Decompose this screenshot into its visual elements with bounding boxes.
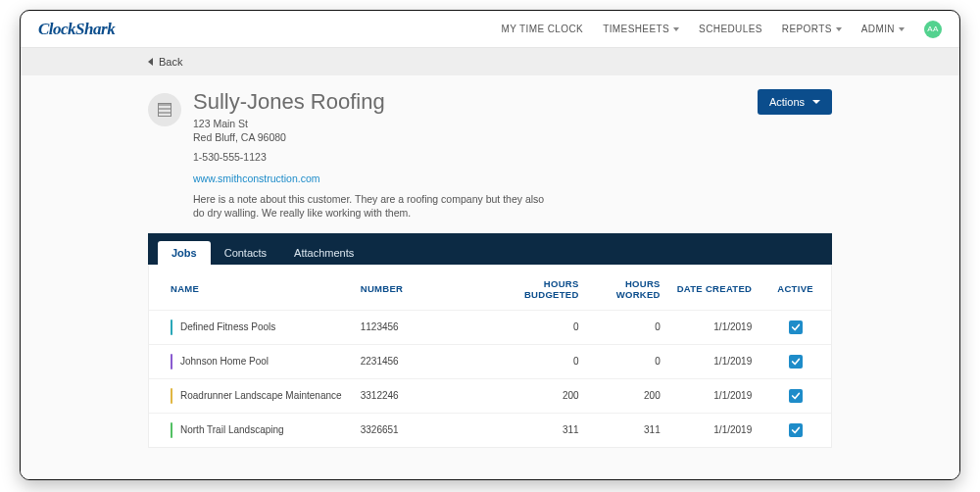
actions-button[interactable]: Actions	[758, 89, 832, 115]
chevron-down-icon	[836, 27, 842, 31]
breadcrumb-bar: Back	[21, 48, 959, 75]
tab-contacts[interactable]: Contacts	[211, 241, 280, 265]
col-header-date-created[interactable]: DATE CREATED	[668, 265, 760, 311]
hours-worked: 0	[587, 344, 668, 378]
chevron-left-icon	[148, 58, 153, 66]
tab-bar: JobsContactsAttachments	[148, 233, 832, 265]
hours-budgeted: 311	[506, 413, 587, 447]
nav-items: MY TIME CLOCKTIMESHEETSSCHEDULESREPORTSA…	[501, 21, 942, 38]
job-color-bar	[171, 388, 172, 404]
hours-worked: 0	[587, 310, 668, 344]
nav-link-label: REPORTS	[782, 24, 832, 34]
col-header-number[interactable]: NUMBER	[353, 265, 506, 311]
jobs-panel: NAME NUMBER HOURS BUDGETED HOURS WORKED …	[148, 265, 832, 448]
tab-jobs[interactable]: Jobs	[158, 241, 211, 265]
customer-note: Here is a note about this customer. They…	[193, 192, 546, 220]
nav-link-label: MY TIME CLOCK	[501, 24, 583, 34]
job-number: 2231456	[353, 344, 506, 378]
job-number: 3326651	[353, 413, 506, 447]
active-cell	[760, 378, 831, 413]
col-header-hours-worked[interactable]: HOURS WORKED	[587, 265, 668, 311]
nav-link[interactable]: MY TIME CLOCK	[501, 24, 583, 34]
back-link[interactable]: Back	[148, 56, 182, 68]
col-header-hours-budgeted[interactable]: HOURS BUDGETED	[506, 265, 587, 311]
date-created: 1/1/2019	[668, 413, 760, 447]
nav-link[interactable]: ADMIN	[861, 24, 905, 34]
building-icon	[148, 93, 181, 126]
job-name: Defined Fitness Pools	[180, 321, 275, 332]
hours-budgeted: 0	[506, 310, 587, 344]
active-cell	[760, 344, 831, 378]
nav-link[interactable]: SCHEDULES	[699, 24, 762, 34]
job-color-bar	[171, 320, 172, 335]
active-checkbox[interactable]	[789, 423, 803, 437]
job-name: North Trail Landscaping	[180, 424, 284, 435]
table-row[interactable]: North Trail Landscaping33266513113111/1/…	[149, 413, 831, 447]
table-row[interactable]: Johnson Home Pool2231456001/1/2019	[149, 344, 831, 378]
job-number: 1123456	[353, 310, 506, 344]
customer-header: Sully-Jones Roofing 123 Main St Red Bluf…	[148, 89, 832, 220]
company-info: Sully-Jones Roofing 123 Main St Red Bluf…	[193, 89, 758, 220]
address-line2: Red Bluff, CA 96080	[193, 130, 758, 144]
nav-link[interactable]: TIMESHEETS	[603, 24, 679, 34]
date-created: 1/1/2019	[668, 344, 760, 378]
nav-link-label: ADMIN	[861, 24, 895, 34]
brand-logo[interactable]: ClockShark	[38, 20, 115, 39]
active-cell	[760, 413, 831, 447]
company-name: Sully-Jones Roofing	[193, 89, 758, 115]
hours-worked: 200	[587, 378, 668, 413]
hours-budgeted: 200	[506, 378, 587, 413]
nav-link-label: SCHEDULES	[699, 24, 762, 34]
avatar[interactable]: AA	[924, 21, 942, 38]
job-color-bar	[171, 354, 172, 369]
col-header-name[interactable]: NAME	[149, 265, 353, 311]
hours-budgeted: 0	[506, 344, 587, 378]
job-color-bar	[171, 422, 172, 438]
tab-attachments[interactable]: Attachments	[280, 241, 368, 265]
col-header-active[interactable]: ACTIVE	[760, 265, 831, 311]
jobs-table: NAME NUMBER HOURS BUDGETED HOURS WORKED …	[149, 265, 831, 447]
job-number: 3312246	[353, 378, 506, 413]
nav-link[interactable]: REPORTS	[782, 24, 842, 34]
chevron-down-icon	[899, 27, 905, 31]
date-created: 1/1/2019	[668, 310, 760, 344]
hours-worked: 311	[587, 413, 668, 447]
address-line1: 123 Main St	[193, 117, 758, 130]
app-window: ClockShark MY TIME CLOCKTIMESHEETSSCHEDU…	[20, 10, 960, 480]
active-checkbox[interactable]	[789, 355, 803, 369]
nav-link-label: TIMESHEETS	[603, 24, 669, 34]
actions-label: Actions	[769, 96, 805, 108]
website-link[interactable]: www.smithconstruction.com	[193, 172, 320, 184]
table-row[interactable]: Roadrunner Landscape Maintenance33122462…	[149, 378, 831, 413]
date-created: 1/1/2019	[668, 378, 760, 413]
back-label: Back	[159, 56, 182, 68]
top-navbar: ClockShark MY TIME CLOCKTIMESHEETSSCHEDU…	[21, 11, 959, 48]
chevron-down-icon	[673, 27, 679, 31]
active-checkbox[interactable]	[789, 389, 803, 403]
job-name: Roadrunner Landscape Maintenance	[180, 390, 342, 401]
content-area: Sully-Jones Roofing 123 Main St Red Bluf…	[21, 75, 959, 479]
chevron-down-icon	[812, 100, 820, 104]
active-checkbox[interactable]	[789, 320, 803, 334]
table-row[interactable]: Defined Fitness Pools1123456001/1/2019	[149, 310, 831, 344]
active-cell	[760, 310, 831, 344]
phone-number: 1-530-555-1123	[193, 150, 758, 164]
job-name: Johnson Home Pool	[180, 356, 269, 367]
